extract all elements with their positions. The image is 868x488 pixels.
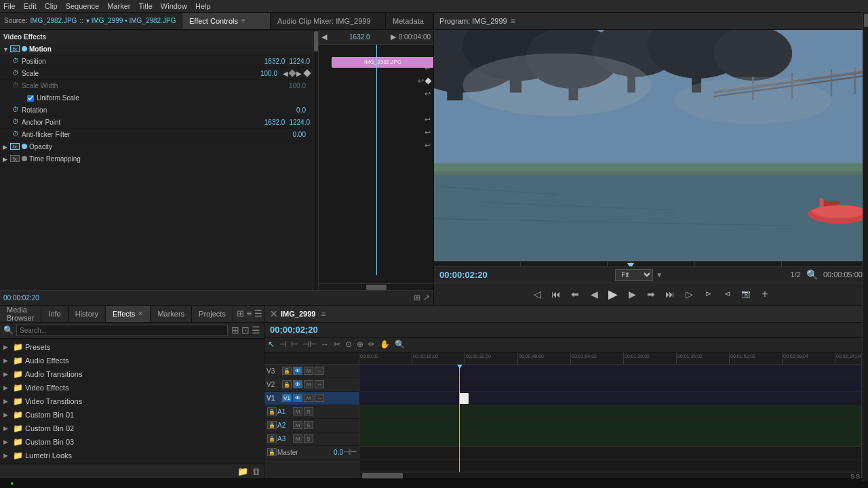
tree-item-custom-bin-03[interactable]: ▶ 📁 Custom Bin 03: [0, 435, 264, 449]
tree-item-presets[interactable]: ▶ 📁 Presets: [0, 340, 264, 354]
tab-audio-clip-mixer[interactable]: Audio Clip Mixer: IMG_2999: [271, 13, 386, 29]
ec-play-fwd[interactable]: ▶: [391, 33, 396, 41]
zoom-in-handle[interactable]: S: [850, 473, 854, 479]
tree-item-custom-bin-02[interactable]: ▶ 📁 Custom Bin 02: [0, 422, 264, 435]
motion-toggle[interactable]: ▼: [3, 46, 8, 52]
search-input[interactable]: [16, 325, 228, 336]
a1-lock-btn[interactable]: 🔒: [267, 407, 277, 415]
ec-kf-reset-5[interactable]: ↩: [425, 128, 431, 137]
tab-metadata[interactable]: Metadata: [386, 13, 433, 29]
mark-out-btn[interactable]: ▷: [682, 287, 696, 302]
effects-icon-1[interactable]: ⊞: [237, 308, 244, 319]
v2-sync-btn[interactable]: ↔: [315, 380, 324, 388]
tool-select[interactable]: ↖: [267, 340, 276, 349]
rotation-stopwatch[interactable]: ⏱: [12, 106, 20, 114]
opacity-toggle[interactable]: ▶: [3, 144, 8, 149]
ec-play-back[interactable]: ◀: [321, 33, 327, 41]
timeline-playhead[interactable]: [459, 365, 460, 472]
prog-magnify-icon[interactable]: 🔍: [806, 269, 818, 280]
anchor-stopwatch[interactable]: ⏱: [12, 118, 20, 126]
tool-hand[interactable]: ✋: [378, 340, 391, 349]
ec-fit-btn[interactable]: ⊞: [414, 293, 420, 302]
tab-menu-icon[interactable]: ≡: [241, 17, 245, 24]
effect-list-scrollbar[interactable]: [313, 30, 318, 290]
v3-sync-btn[interactable]: ↔: [315, 367, 324, 375]
v1-active-btn[interactable]: V1: [282, 394, 292, 402]
overwrite-btn[interactable]: ⊲: [719, 287, 734, 302]
play-btn[interactable]: ▶: [606, 287, 620, 302]
zoom-out-handle[interactable]: S: [856, 473, 860, 479]
ec-kf-reset-4[interactable]: ↩: [425, 115, 431, 124]
v1-white-clip[interactable]: [459, 393, 469, 404]
ec-h-scrollbar[interactable]: [319, 283, 433, 290]
next-frame-btn[interactable]: ▶: [625, 287, 639, 302]
a2-lock-btn[interactable]: 🔒: [267, 421, 277, 429]
effects-icon-2[interactable]: ≡: [247, 308, 252, 319]
a3-mute-btn[interactable]: M: [293, 434, 302, 443]
tool-slip[interactable]: ⊙: [344, 340, 353, 349]
anchor-y[interactable]: 1224.0: [289, 119, 310, 126]
menu-help[interactable]: Help: [195, 2, 211, 10]
tab-effect-controls[interactable]: Effect Controls ≡: [182, 13, 271, 29]
v3-lock-btn[interactable]: 🔒: [282, 367, 292, 375]
tree-item-lumetri-looks[interactable]: ▶ 📁 Lumetri Looks: [0, 449, 264, 462]
playhead-handle[interactable]: [456, 365, 463, 369]
tree-item-video-transitions[interactable]: ▶ 📁 Video Transitions: [0, 394, 264, 408]
tab-media-browser[interactable]: Media Browser: [0, 306, 41, 322]
ec-scale-diamond[interactable]: [425, 78, 432, 85]
master-expand[interactable]: ⊣⊢: [343, 447, 357, 457]
tool-razor[interactable]: ✂: [332, 340, 342, 349]
effects-folder-icon[interactable]: 📁: [237, 466, 248, 476]
tool-rate-stretch[interactable]: ↔: [319, 340, 330, 349]
timeline-menu-icon[interactable]: ≡: [321, 309, 326, 319]
scale-prev-keyframe[interactable]: ◀: [283, 70, 288, 77]
prog-fit-dropdown-arrow[interactable]: ▼: [656, 271, 663, 279]
scale-next-keyframe[interactable]: ▶: [296, 70, 302, 77]
toolbar-icon-3[interactable]: ☰: [252, 325, 260, 336]
tree-item-custom-bin-01[interactable]: ▶ 📁 Custom Bin 01: [0, 408, 264, 422]
v2-eye-btn[interactable]: 👁: [293, 380, 302, 388]
anti-flicker-stopwatch[interactable]: ⏱: [12, 130, 20, 138]
tree-item-audio-transitions[interactable]: ▶ 📁 Audio Transitions: [0, 367, 264, 381]
tool-pen[interactable]: ✏: [367, 340, 376, 349]
tree-item-video-effects[interactable]: ▶ 📁 Video Effects: [0, 381, 264, 394]
effects-icon-3[interactable]: ☰: [254, 308, 262, 319]
tab-effects[interactable]: Effects ✕: [106, 306, 151, 322]
rotation-value[interactable]: 0.0: [296, 106, 306, 114]
toolbar-icon-2[interactable]: ⊡: [241, 325, 250, 336]
uniform-scale-checkbox[interactable]: [27, 95, 34, 102]
v3-mute-btn[interactable]: M: [304, 367, 313, 375]
scale-diamond-icon[interactable]: [303, 70, 311, 77]
v1-mute-btn[interactable]: M: [304, 394, 313, 402]
scale-stopwatch[interactable]: ⏱: [12, 69, 20, 77]
fit-select[interactable]: Fit 25% 50% 100%: [615, 269, 653, 281]
tool-ripple[interactable]: ⊢: [290, 340, 299, 349]
tab-projects[interactable]: Projects: [192, 306, 233, 322]
position-y[interactable]: 1224.0: [289, 58, 310, 65]
position-x[interactable]: 1632.0: [264, 58, 285, 65]
menu-marker[interactable]: Marker: [107, 2, 130, 10]
a1-solo-btn[interactable]: S: [304, 407, 313, 415]
tool-rolling[interactable]: ⊣⊢: [301, 340, 317, 349]
tree-item-audio-effects[interactable]: ▶ 📁 Audio Effects: [0, 354, 264, 367]
ec-scroll-thumb[interactable]: [366, 285, 387, 290]
go-to-out-btn[interactable]: ⏭: [663, 287, 677, 302]
tab-history[interactable]: History: [68, 306, 106, 322]
step-fwd-btn[interactable]: ➡: [644, 287, 658, 302]
anchor-x[interactable]: 1632.0: [264, 119, 285, 126]
ec-kf-reset-6[interactable]: ↩: [425, 141, 431, 150]
a2-mute-btn[interactable]: M: [293, 421, 302, 429]
scale-width-stopwatch[interactable]: ⏱: [12, 81, 20, 89]
menu-sequence[interactable]: Sequence: [66, 2, 100, 10]
effects-tab-close[interactable]: ✕: [138, 310, 143, 317]
tool-zoom[interactable]: 🔍: [393, 340, 406, 349]
insert-btn[interactable]: ⊳: [701, 287, 715, 302]
tool-track-select[interactable]: ⊣: [278, 340, 288, 349]
v2-lock-btn[interactable]: 🔒: [282, 380, 292, 388]
tab-info[interactable]: Info: [41, 306, 68, 322]
v1-eye-btn[interactable]: 👁: [293, 394, 302, 402]
ec-kf-reset-3[interactable]: ↩: [425, 89, 431, 98]
a3-lock-btn[interactable]: 🔒: [267, 434, 277, 443]
position-stopwatch[interactable]: ⏱: [12, 57, 20, 65]
anti-flicker-value[interactable]: 0.00: [293, 131, 306, 138]
